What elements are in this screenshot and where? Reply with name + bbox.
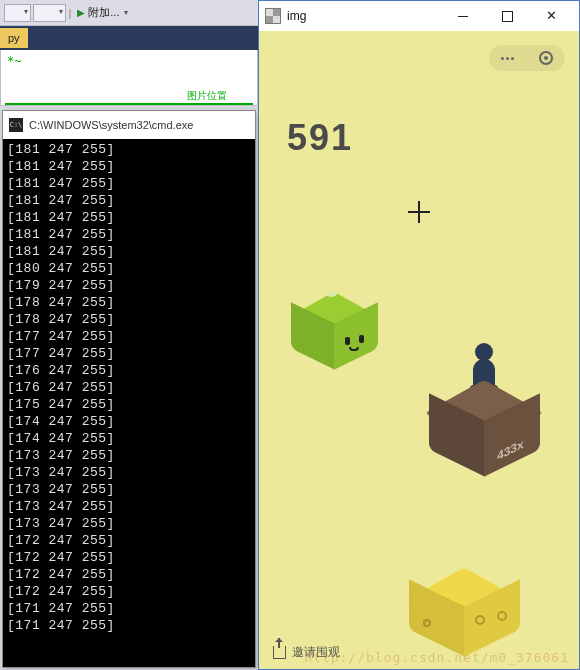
vs-dropdown-2[interactable] [33, 4, 66, 22]
game-canvas: 591 433x 邀请围观 http://blog.csdn.net/m0_37… [259, 31, 579, 669]
maximize-button[interactable] [485, 2, 529, 30]
target-icon[interactable] [539, 51, 553, 65]
editor-tabstrip: py [0, 26, 258, 50]
cmd-icon: C:\ [9, 118, 23, 132]
share-icon [273, 646, 286, 659]
editor-green-bar [5, 103, 253, 105]
score-display: 591 [287, 117, 353, 159]
green-block [291, 285, 377, 375]
img-window-icon [265, 8, 281, 24]
attach-label: 附加... [88, 5, 119, 20]
attach-button[interactable]: ▶ 附加... ▾ [73, 5, 132, 20]
vs-dropdown-1[interactable] [4, 4, 31, 22]
tab-py[interactable]: py [0, 28, 28, 48]
more-icon[interactable] [501, 57, 514, 60]
img-titlebar[interactable]: img [259, 1, 579, 31]
crosshair-icon [408, 201, 430, 223]
editor-green-hint: 图片位置 [187, 89, 227, 103]
close-button[interactable] [529, 2, 573, 30]
editor-line: *~ [7, 54, 251, 68]
cmd-window: C:\ C:\WINDOWS\system32\cmd.exe [181 247… [2, 110, 256, 668]
cmd-titlebar[interactable]: C:\ C:\WINDOWS\system32\cmd.exe [3, 111, 255, 139]
cmd-title-text: C:\WINDOWS\system32\cmd.exe [29, 119, 193, 131]
play-icon: ▶ [77, 7, 85, 18]
editor-body[interactable]: *~ 图片位置 [0, 50, 258, 106]
img-title-text: img [287, 9, 306, 23]
brown-block: 433x [429, 371, 539, 481]
cmd-output[interactable]: [181 247 255] [181 247 255] [181 247 255… [3, 139, 255, 667]
yellow-block [409, 559, 519, 659]
vs-toolbar: | ▶ 附加... ▾ [0, 0, 258, 26]
img-window: img 591 433x 邀请围 [258, 0, 580, 670]
watermark: http://blog.csdn.net/m0_376061 [304, 650, 569, 665]
miniprogram-pill[interactable] [489, 45, 565, 71]
minimize-button[interactable] [441, 2, 485, 30]
